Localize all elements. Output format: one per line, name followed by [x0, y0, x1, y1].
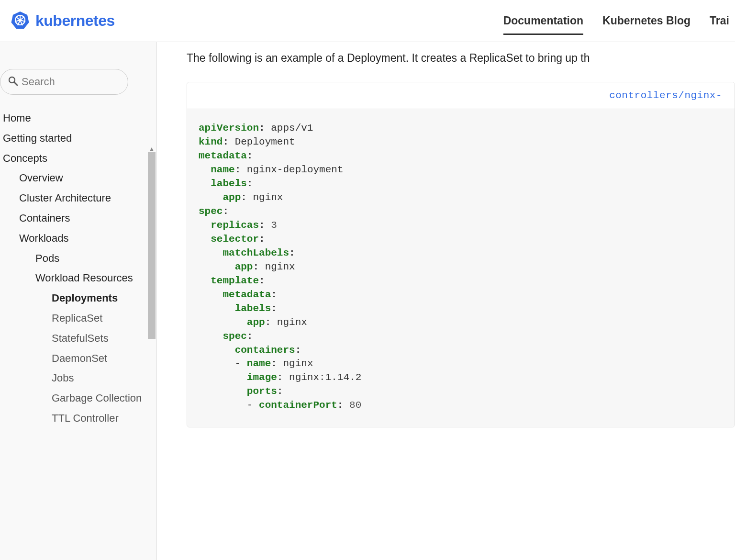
- yaml-code: apiVersion: apps/v1 kind: Deployment met…: [187, 109, 735, 427]
- svg-point-9: [19, 19, 22, 21]
- yaml-replicas: 3: [271, 220, 277, 231]
- sidebar-item-ttl-controller[interactable]: TTL Controller: [52, 408, 154, 428]
- sidebar-item-getting-started[interactable]: Getting started: [3, 128, 154, 148]
- yaml-container-image: nginx:1.14.2: [289, 372, 361, 383]
- kubernetes-logo-icon: [11, 11, 30, 32]
- search-box[interactable]: [0, 69, 128, 95]
- top-header: kubernetes Documentation Kubernetes Blog…: [0, 0, 735, 42]
- sidebar-item-workload-resources[interactable]: Workload Resources: [35, 268, 154, 288]
- yaml-container-port: 80: [349, 400, 361, 411]
- svg-line-11: [14, 82, 17, 85]
- yaml-metadata-name: nginx-deployment: [247, 164, 344, 175]
- yaml-selector-app: nginx: [265, 261, 295, 272]
- sidebar-item-garbage-collection[interactable]: Garbage Collection: [52, 388, 154, 408]
- yaml-container-name: nginx: [283, 358, 313, 369]
- sidebar-item-pods[interactable]: Pods: [35, 248, 154, 269]
- yaml-metadata-label-app: nginx: [253, 192, 283, 203]
- yaml-apiversion: apps/v1: [271, 123, 313, 134]
- sidebar-item-deployments[interactable]: Deployments: [52, 288, 154, 308]
- code-file-link[interactable]: controllers/nginx-: [609, 90, 722, 101]
- nav-training[interactable]: Trai: [710, 0, 729, 42]
- sidebar-scrollbar[interactable]: [148, 152, 156, 339]
- sidebar-item-concepts[interactable]: Concepts: [3, 148, 154, 168]
- brand-name: kubernetes: [35, 12, 115, 30]
- sidebar-item-replicaset[interactable]: ReplicaSet: [52, 308, 154, 328]
- main-content: The following is an example of a Deploym…: [157, 42, 735, 560]
- search-input[interactable]: [22, 76, 120, 88]
- sidebar-item-workloads[interactable]: Workloads: [19, 228, 154, 248]
- sidebar-item-statefulsets[interactable]: StatefulSets: [52, 328, 154, 348]
- scroll-up-icon[interactable]: ▲: [148, 146, 156, 152]
- sidebar-item-overview[interactable]: Overview: [19, 168, 154, 188]
- code-example: controllers/nginx- apiVersion: apps/v1 k…: [187, 82, 735, 427]
- sidebar-item-jobs[interactable]: Jobs: [52, 368, 154, 388]
- code-file-link-row: controllers/nginx-: [187, 82, 735, 109]
- top-nav: Documentation Kubernetes Blog Trai: [503, 0, 729, 42]
- yaml-template-label-app: nginx: [277, 317, 307, 328]
- sidebar-item-daemonset[interactable]: DaemonSet: [52, 348, 154, 369]
- sidebar-item-containers[interactable]: Containers: [19, 208, 154, 228]
- intro-text: The following is an example of a Deploym…: [187, 52, 735, 65]
- sidebar-tree: Home Getting started Concepts Overview C…: [0, 100, 156, 428]
- yaml-kind: Deployment: [235, 136, 295, 147]
- sidebar-item-home[interactable]: Home: [3, 108, 154, 128]
- sidebar: ▲ Home Getting started Concepts Overview…: [0, 42, 157, 560]
- sidebar-item-cluster-architecture[interactable]: Cluster Architecture: [19, 188, 154, 208]
- search-icon: [8, 76, 22, 88]
- nav-blog[interactable]: Kubernetes Blog: [602, 0, 690, 42]
- brand-logo[interactable]: kubernetes: [11, 11, 115, 32]
- nav-documentation[interactable]: Documentation: [503, 0, 583, 42]
